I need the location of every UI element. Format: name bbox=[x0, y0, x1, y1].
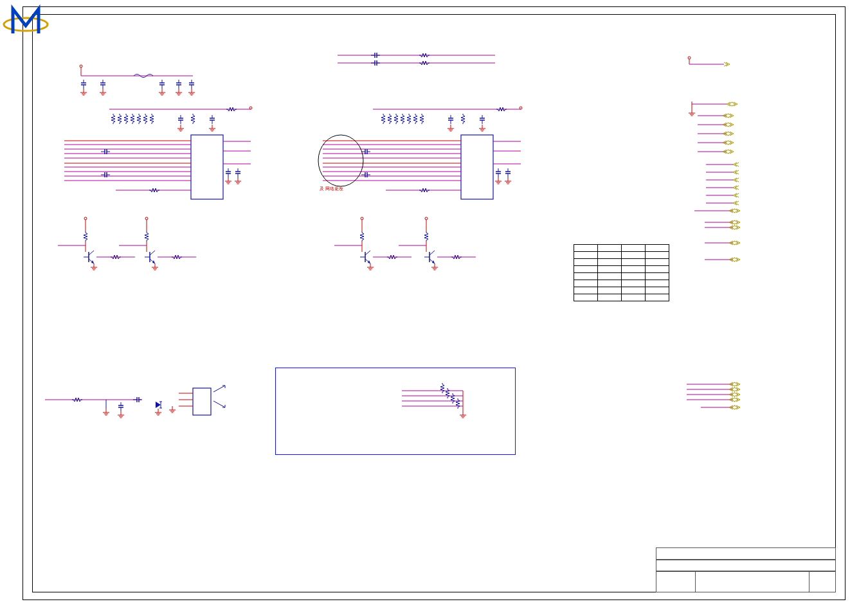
svg-rect-33 bbox=[461, 135, 493, 199]
transistor-stage-3 bbox=[334, 217, 411, 270]
svg-point-35 bbox=[520, 107, 522, 109]
title-block bbox=[656, 547, 836, 592]
power-filter-1 bbox=[80, 65, 195, 95]
schematic-canvas bbox=[0, 0, 868, 613]
svg-marker-75 bbox=[156, 402, 161, 408]
highlight-box bbox=[275, 368, 516, 455]
svg-point-63 bbox=[361, 217, 363, 220]
revision-table bbox=[574, 244, 669, 301]
change-note: 及 网络更改 bbox=[320, 186, 343, 192]
port-list-top bbox=[688, 57, 730, 66]
svg-point-18 bbox=[249, 107, 252, 109]
port-list-bottom bbox=[687, 382, 740, 409]
transistor-stage-2 bbox=[119, 217, 196, 270]
svg-point-68 bbox=[425, 217, 428, 220]
transistor-stage-1 bbox=[58, 217, 135, 270]
ic-block-2 bbox=[318, 107, 522, 199]
svg-point-53 bbox=[84, 217, 87, 220]
svg-rect-79 bbox=[193, 388, 211, 415]
svg-point-46 bbox=[318, 135, 363, 186]
svg-point-13 bbox=[80, 65, 82, 67]
schematic-sheet: 及 网络更改 bbox=[0, 0, 868, 613]
company-logo bbox=[0, 0, 51, 40]
ic-block-1 bbox=[64, 107, 252, 199]
transistor-stage-4 bbox=[399, 217, 476, 270]
cap-res-pair bbox=[338, 53, 495, 66]
svg-point-89 bbox=[688, 57, 691, 59]
svg-point-58 bbox=[145, 217, 148, 220]
port-list-main bbox=[689, 102, 740, 262]
ir-receiver bbox=[45, 386, 225, 418]
svg-rect-16 bbox=[191, 135, 223, 199]
